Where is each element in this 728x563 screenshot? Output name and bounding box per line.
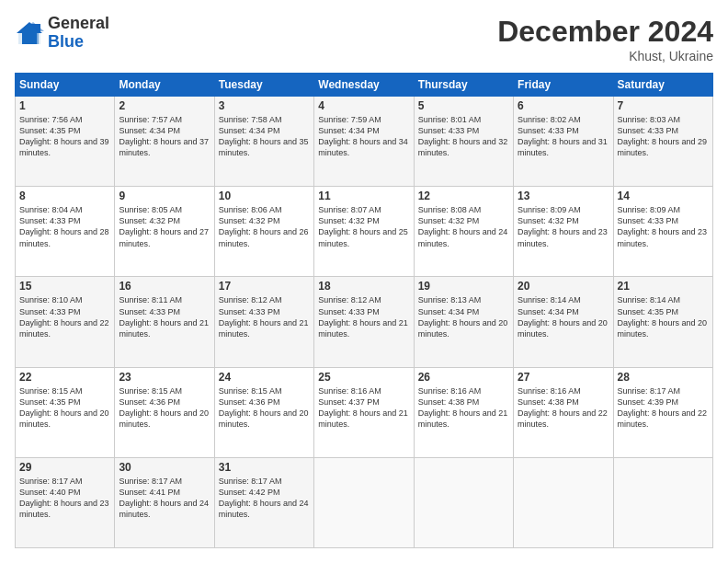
day-number: 16: [119, 280, 210, 293]
cell-info: Sunrise: 8:12 AMSunset: 4:33 PMDaylight:…: [318, 295, 408, 338]
calendar-week-row: 8 Sunrise: 8:04 AMSunset: 4:33 PMDayligh…: [16, 187, 713, 277]
table-row: 26 Sunrise: 8:16 AMSunset: 4:38 PMDaylig…: [414, 367, 513, 457]
cell-info: Sunrise: 8:09 AMSunset: 4:32 PMDaylight:…: [518, 205, 608, 247]
cell-info: Sunrise: 8:08 AMSunset: 4:32 PMDaylight:…: [418, 205, 508, 247]
table-row: 3 Sunrise: 7:58 AMSunset: 4:34 PMDayligh…: [214, 97, 313, 187]
table-row: 31 Sunrise: 8:17 AMSunset: 4:42 PMDaylig…: [214, 457, 313, 547]
calendar-header-row: Sunday Monday Tuesday Wednesday Thursday…: [16, 74, 713, 97]
table-row: 23 Sunrise: 8:15 AMSunset: 4:36 PMDaylig…: [115, 367, 214, 457]
day-number: 30: [119, 461, 210, 474]
header-sunday: Sunday: [16, 74, 115, 97]
day-number: 20: [518, 280, 609, 293]
day-number: 1: [19, 99, 110, 112]
table-row: 7 Sunrise: 8:03 AMSunset: 4:33 PMDayligh…: [613, 97, 712, 187]
logo: General Blue: [15, 15, 109, 52]
logo-general: General: [48, 15, 109, 33]
table-row: 14 Sunrise: 8:09 AMSunset: 4:33 PMDaylig…: [613, 187, 712, 277]
day-number: 14: [618, 190, 709, 202]
table-row: 15 Sunrise: 8:10 AMSunset: 4:33 PMDaylig…: [16, 277, 115, 367]
cell-info: Sunrise: 8:01 AMSunset: 4:33 PMDaylight:…: [418, 115, 508, 157]
location: Khust, Ukraine: [497, 49, 713, 63]
cell-info: Sunrise: 8:11 AMSunset: 4:33 PMDaylight:…: [119, 295, 209, 338]
cell-info: Sunrise: 8:13 AMSunset: 4:34 PMDaylight:…: [418, 295, 508, 338]
day-number: 27: [518, 371, 609, 384]
day-number: 4: [318, 99, 409, 112]
cell-info: Sunrise: 8:04 AMSunset: 4:33 PMDaylight:…: [19, 205, 109, 247]
table-row: 17 Sunrise: 8:12 AMSunset: 4:33 PMDaylig…: [214, 277, 313, 367]
table-row: 24 Sunrise: 8:15 AMSunset: 4:36 PMDaylig…: [214, 367, 313, 457]
day-number: 8: [19, 190, 110, 202]
logo-blue: Blue: [48, 33, 109, 52]
table-row: 9 Sunrise: 8:05 AMSunset: 4:32 PMDayligh…: [115, 187, 214, 277]
day-number: 10: [219, 190, 310, 202]
calendar-week-row: 15 Sunrise: 8:10 AMSunset: 4:33 PMDaylig…: [16, 277, 713, 367]
table-row: [514, 457, 613, 547]
cell-info: Sunrise: 8:12 AMSunset: 4:33 PMDaylight:…: [219, 295, 309, 338]
day-number: 23: [119, 371, 210, 384]
table-row: 16 Sunrise: 8:11 AMSunset: 4:33 PMDaylig…: [115, 277, 214, 367]
day-number: 21: [618, 280, 709, 293]
cell-info: Sunrise: 7:56 AMSunset: 4:35 PMDaylight:…: [19, 115, 109, 157]
table-row: 4 Sunrise: 7:59 AMSunset: 4:34 PMDayligh…: [314, 97, 414, 187]
table-row: 29 Sunrise: 8:17 AMSunset: 4:40 PMDaylig…: [16, 457, 115, 547]
table-row: 5 Sunrise: 8:01 AMSunset: 4:33 PMDayligh…: [414, 97, 513, 187]
day-number: 28: [618, 371, 709, 384]
table-row: 13 Sunrise: 8:09 AMSunset: 4:32 PMDaylig…: [514, 187, 613, 277]
table-row: 6 Sunrise: 8:02 AMSunset: 4:33 PMDayligh…: [514, 97, 613, 187]
table-row: 18 Sunrise: 8:12 AMSunset: 4:33 PMDaylig…: [314, 277, 414, 367]
header-monday: Monday: [115, 74, 214, 97]
calendar-week-row: 22 Sunrise: 8:15 AMSunset: 4:35 PMDaylig…: [16, 367, 713, 457]
cell-info: Sunrise: 8:14 AMSunset: 4:35 PMDaylight:…: [618, 295, 708, 338]
table-row: 20 Sunrise: 8:14 AMSunset: 4:34 PMDaylig…: [514, 277, 613, 367]
logo-text: General Blue: [48, 15, 109, 52]
calendar-week-row: 29 Sunrise: 8:17 AMSunset: 4:40 PMDaylig…: [16, 457, 713, 547]
table-row: [314, 457, 414, 547]
day-number: 11: [318, 190, 409, 202]
logo-icon: [15, 20, 44, 46]
header-tuesday: Tuesday: [214, 74, 313, 97]
calendar-table: Sunday Monday Tuesday Wednesday Thursday…: [15, 73, 713, 548]
cell-info: Sunrise: 8:15 AMSunset: 4:35 PMDaylight:…: [19, 386, 109, 429]
day-number: 25: [318, 371, 409, 384]
cell-info: Sunrise: 8:16 AMSunset: 4:37 PMDaylight:…: [318, 386, 408, 429]
day-number: 26: [418, 371, 509, 384]
title-block: December 2024 Khust, Ukraine: [497, 15, 713, 63]
table-row: 8 Sunrise: 8:04 AMSunset: 4:33 PMDayligh…: [16, 187, 115, 277]
cell-info: Sunrise: 8:15 AMSunset: 4:36 PMDaylight:…: [119, 386, 209, 429]
table-row: 21 Sunrise: 8:14 AMSunset: 4:35 PMDaylig…: [613, 277, 712, 367]
table-row: 2 Sunrise: 7:57 AMSunset: 4:34 PMDayligh…: [115, 97, 214, 187]
day-number: 5: [418, 99, 509, 112]
table-row: 25 Sunrise: 8:16 AMSunset: 4:37 PMDaylig…: [314, 367, 414, 457]
cell-info: Sunrise: 8:17 AMSunset: 4:42 PMDaylight:…: [219, 477, 309, 519]
header-wednesday: Wednesday: [314, 74, 414, 97]
cell-info: Sunrise: 8:17 AMSunset: 4:41 PMDaylight:…: [119, 477, 209, 519]
calendar-week-row: 1 Sunrise: 7:56 AMSunset: 4:35 PMDayligh…: [16, 97, 713, 187]
day-number: 2: [119, 99, 210, 112]
table-row: 22 Sunrise: 8:15 AMSunset: 4:35 PMDaylig…: [16, 367, 115, 457]
day-number: 15: [19, 280, 110, 293]
day-number: 6: [518, 99, 609, 112]
cell-info: Sunrise: 8:17 AMSunset: 4:39 PMDaylight:…: [618, 386, 708, 429]
cell-info: Sunrise: 7:57 AMSunset: 4:34 PMDaylight:…: [119, 115, 209, 157]
cell-info: Sunrise: 8:14 AMSunset: 4:34 PMDaylight:…: [518, 295, 608, 338]
cell-info: Sunrise: 8:06 AMSunset: 4:32 PMDaylight:…: [219, 205, 309, 247]
day-number: 19: [418, 280, 509, 293]
table-row: 30 Sunrise: 8:17 AMSunset: 4:41 PMDaylig…: [115, 457, 214, 547]
cell-info: Sunrise: 8:07 AMSunset: 4:32 PMDaylight:…: [318, 205, 408, 247]
day-number: 22: [19, 371, 110, 384]
day-number: 17: [219, 280, 310, 293]
day-number: 18: [318, 280, 409, 293]
table-row: 19 Sunrise: 8:13 AMSunset: 4:34 PMDaylig…: [414, 277, 513, 367]
table-row: 27 Sunrise: 8:16 AMSunset: 4:38 PMDaylig…: [514, 367, 613, 457]
cell-info: Sunrise: 8:10 AMSunset: 4:33 PMDaylight:…: [19, 295, 109, 338]
day-number: 29: [19, 461, 110, 474]
day-number: 3: [219, 99, 310, 112]
month-title: December 2024: [497, 15, 713, 49]
cell-info: Sunrise: 8:16 AMSunset: 4:38 PMDaylight:…: [418, 386, 508, 429]
day-number: 31: [219, 461, 310, 474]
table-row: 11 Sunrise: 8:07 AMSunset: 4:32 PMDaylig…: [314, 187, 414, 277]
header-friday: Friday: [514, 74, 613, 97]
day-number: 7: [618, 99, 709, 112]
page: General Blue December 2024 Khust, Ukrain…: [0, 0, 728, 563]
cell-info: Sunrise: 8:03 AMSunset: 4:33 PMDaylight:…: [618, 115, 708, 157]
